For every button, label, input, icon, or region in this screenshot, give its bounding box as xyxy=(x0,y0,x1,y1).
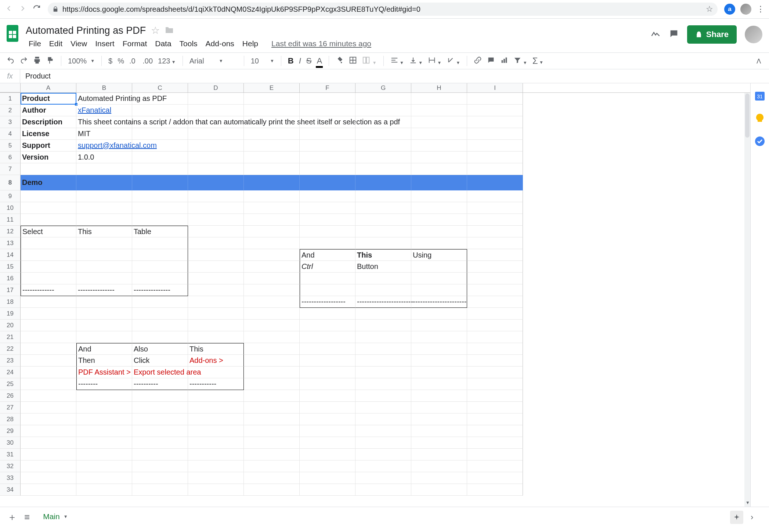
row-header-28[interactable]: 28 xyxy=(0,413,21,425)
cell-H18[interactable]: ---------------------- xyxy=(411,296,467,308)
cell-G10[interactable] xyxy=(355,202,411,214)
cell-E28[interactable] xyxy=(244,413,300,425)
cell-G15[interactable]: Button xyxy=(355,261,411,273)
cell-B1[interactable]: Automated Printing as PDF xyxy=(76,93,132,105)
cell-G2[interactable] xyxy=(355,105,411,116)
font-select[interactable]: Arial▼ xyxy=(189,57,237,65)
cell-E23[interactable] xyxy=(244,355,300,367)
cell-F5[interactable] xyxy=(300,140,355,152)
chrome-menu-icon[interactable]: ⋮ xyxy=(757,4,765,14)
cell-H10[interactable] xyxy=(411,202,467,214)
cell-B30[interactable] xyxy=(76,437,132,449)
row-header-17[interactable]: 17 xyxy=(0,284,21,296)
cell-G16[interactable] xyxy=(355,273,411,284)
cell-H34[interactable] xyxy=(411,484,467,496)
cell-F30[interactable] xyxy=(300,437,355,449)
cell-C4[interactable] xyxy=(132,128,188,140)
cell-A33[interactable] xyxy=(21,472,76,484)
cell-A20[interactable] xyxy=(21,320,76,331)
cell-E14[interactable] xyxy=(244,249,300,261)
cell-D20[interactable] xyxy=(188,320,244,331)
side-panel-toggle-icon[interactable]: › xyxy=(751,513,762,522)
cell-H9[interactable] xyxy=(411,190,467,202)
cell-E16[interactable] xyxy=(244,273,300,284)
cell-B5[interactable]: support@xfanatical.com xyxy=(76,140,132,152)
bookmark-star-icon[interactable]: ☆ xyxy=(706,4,713,14)
comments-icon[interactable] xyxy=(669,29,679,40)
cell-C11[interactable] xyxy=(132,214,188,226)
cell-E7[interactable] xyxy=(244,163,300,175)
row-header-21[interactable]: 21 xyxy=(0,331,21,343)
cell-C20[interactable] xyxy=(132,320,188,331)
row-header-26[interactable]: 26 xyxy=(0,390,21,402)
cell-A28[interactable] xyxy=(21,413,76,425)
cell-F33[interactable] xyxy=(300,472,355,484)
cell-I17[interactable] xyxy=(467,284,523,296)
cell-H4[interactable] xyxy=(411,128,467,140)
cell-B2[interactable]: xFanatical xyxy=(76,105,132,116)
cell-E20[interactable] xyxy=(244,320,300,331)
cell-B24[interactable]: PDF Assistant > xyxy=(76,367,132,378)
redo-icon[interactable] xyxy=(20,56,28,66)
cell-C14[interactable] xyxy=(132,249,188,261)
cell-D32[interactable] xyxy=(188,460,244,472)
cell-B7[interactable] xyxy=(76,163,132,175)
cell-B13[interactable] xyxy=(76,237,132,249)
cell-F24[interactable] xyxy=(300,367,355,378)
cell-G25[interactable] xyxy=(355,378,411,390)
row-header-24[interactable]: 24 xyxy=(0,367,21,378)
cell-A14[interactable] xyxy=(21,249,76,261)
tab-menu-caret-icon[interactable]: ▼ xyxy=(64,514,68,519)
cell-H1[interactable] xyxy=(411,93,467,105)
cell-I25[interactable] xyxy=(467,378,523,390)
cell-C22[interactable]: Also xyxy=(132,343,188,355)
menu-tools[interactable]: Tools xyxy=(176,38,201,50)
row-header-20[interactable]: 20 xyxy=(0,320,21,331)
cell-I14[interactable] xyxy=(467,249,523,261)
row-header-23[interactable]: 23 xyxy=(0,355,21,367)
cell-F9[interactable] xyxy=(300,190,355,202)
cell-G18[interactable]: ----------------------- xyxy=(355,296,411,308)
link-icon[interactable] xyxy=(474,56,482,66)
cell-B16[interactable] xyxy=(76,273,132,284)
comment-icon[interactable] xyxy=(487,56,495,66)
cell-F1[interactable] xyxy=(300,93,355,105)
col-header-I[interactable]: I xyxy=(467,83,523,92)
cell-F29[interactable] xyxy=(300,425,355,437)
cell-A29[interactable] xyxy=(21,425,76,437)
increase-decimal-icon[interactable]: .00 xyxy=(142,57,153,65)
cell-E24[interactable] xyxy=(244,367,300,378)
col-header-G[interactable]: G xyxy=(355,83,411,92)
cell-C1[interactable] xyxy=(132,93,188,105)
cell-G1[interactable] xyxy=(355,93,411,105)
cell-H23[interactable] xyxy=(411,355,467,367)
cell-E25[interactable] xyxy=(244,378,300,390)
cell-A34[interactable] xyxy=(21,484,76,496)
cell-C9[interactable] xyxy=(132,190,188,202)
cell-I27[interactable] xyxy=(467,402,523,413)
cell-G13[interactable] xyxy=(355,237,411,249)
col-header-C[interactable]: C xyxy=(132,83,188,92)
cell-D1[interactable] xyxy=(188,93,244,105)
tasks-addon-icon[interactable] xyxy=(754,135,766,147)
format-more-select[interactable]: 123 ▼ xyxy=(158,57,176,65)
cell-D25[interactable]: ----------- xyxy=(188,378,244,390)
spreadsheet-grid[interactable]: A B C D E F G H I 1ProductAutomated Prin… xyxy=(0,83,751,507)
row-header-19[interactable]: 19 xyxy=(0,308,21,320)
cell-F7[interactable] xyxy=(300,163,355,175)
cell-G12[interactable] xyxy=(355,226,411,237)
row-header-9[interactable]: 9 xyxy=(0,190,21,202)
cell-H30[interactable] xyxy=(411,437,467,449)
cell-G34[interactable] xyxy=(355,484,411,496)
chart-icon[interactable] xyxy=(500,56,508,66)
cell-A30[interactable] xyxy=(21,437,76,449)
cell-D15[interactable] xyxy=(188,261,244,273)
row-header-2[interactable]: 2 xyxy=(0,105,21,116)
cell-B10[interactable] xyxy=(76,202,132,214)
cell-F2[interactable] xyxy=(300,105,355,116)
cell-D24[interactable] xyxy=(188,367,244,378)
cell-E27[interactable] xyxy=(244,402,300,413)
menu-data[interactable]: Data xyxy=(151,38,175,50)
menu-help[interactable]: Help xyxy=(239,38,262,50)
cell-H22[interactable] xyxy=(411,343,467,355)
